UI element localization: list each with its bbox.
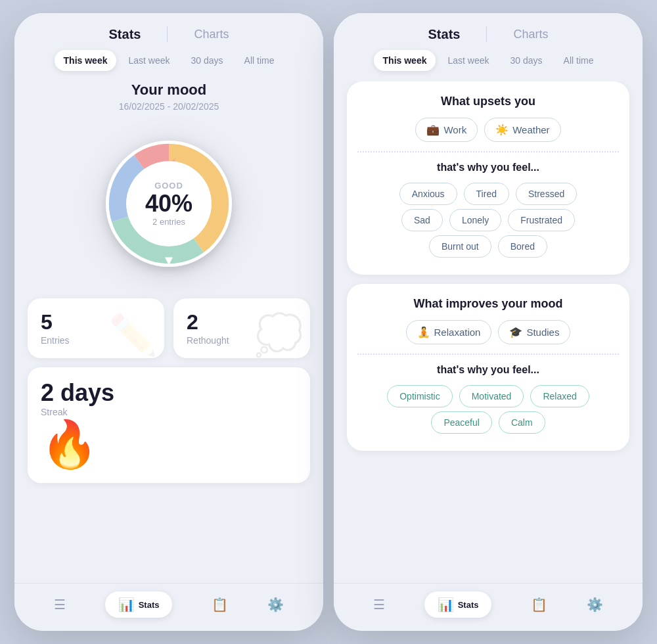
right-journal-icon: 📋 <box>531 597 547 612</box>
feeling-optimistic[interactable]: Optimistic <box>387 385 452 407</box>
entries-watermark: ✏️ <box>108 315 158 355</box>
feeling-sad[interactable]: Sad <box>401 209 443 231</box>
settings-icon: ⚙️ <box>267 597 284 612</box>
upsets-divider <box>357 151 619 152</box>
right-tab-30-days[interactable]: 30 days <box>501 50 552 71</box>
left-tab-all-time[interactable]: All time <box>235 50 284 71</box>
streak-label: Streak <box>41 407 297 417</box>
right-settings-icon: ⚙️ <box>587 597 603 612</box>
right-period-tabs: This week Last week 30 days All time <box>334 50 643 81</box>
mood-date: 16/02/2025 - 20/02/2025 <box>28 101 310 112</box>
feeling-calm[interactable]: Calm <box>499 411 545 434</box>
feeling-bored[interactable]: Bored <box>498 235 547 258</box>
entries-card: 5 Entries ✏️ <box>28 298 164 358</box>
left-charts-tab[interactable]: Charts <box>194 28 229 41</box>
left-nav-stats[interactable]: 📊 Stats <box>105 591 173 618</box>
tag-weather-label: Weather <box>512 124 549 135</box>
feeling-peaceful[interactable]: Peaceful <box>431 411 491 434</box>
right-header-divider <box>486 26 487 42</box>
left-bottom-nav: ☰ 📊 Stats 📋 ⚙️ <box>14 583 323 631</box>
tag-weather[interactable]: ☀️ Weather <box>484 118 560 142</box>
left-tab-30-days[interactable]: 30 days <box>182 50 233 71</box>
tag-work[interactable]: 💼 Work <box>415 118 478 142</box>
left-title: Stats <box>109 27 141 42</box>
tag-work-label: Work <box>443 124 466 135</box>
feelings-row-3: Burnt out Bored <box>357 235 619 258</box>
feeling-anxious[interactable]: Anxious <box>399 183 457 205</box>
left-tab-this-week[interactable]: This week <box>55 50 117 71</box>
upsets-card: What upsets you 💼 Work ☀️ Weather that's… <box>347 81 629 275</box>
left-period-tabs: This week Last week 30 days All time <box>14 50 323 81</box>
stats-nav-label: Stats <box>139 600 160 610</box>
stats-row: 5 Entries ✏️ 2 Rethought 💭 <box>28 298 310 358</box>
upsets-title: What upsets you <box>357 95 619 108</box>
right-tab-last-week[interactable]: Last week <box>438 50 498 71</box>
feeling-frustrated[interactable]: Frustrated <box>508 209 575 231</box>
donut-center: GOOD 40% 2 entries <box>145 181 193 227</box>
right-stats-icon: 📊 <box>438 597 454 612</box>
right-menu-icon: ☰ <box>373 597 385 612</box>
weather-icon: ☀️ <box>495 124 509 136</box>
positive-row-1: Optimistic Motivated Relaxed <box>357 385 619 407</box>
donut-entries: 2 entries <box>145 217 193 227</box>
journal-icon: 📋 <box>212 597 228 612</box>
donut-mood-label: GOOD <box>145 181 193 191</box>
right-tab-all-time[interactable]: All time <box>555 50 603 71</box>
improves-subtitle: that's why you feel... <box>357 364 619 376</box>
right-content: What upsets you 💼 Work ☀️ Weather that's… <box>334 81 643 583</box>
positive-row-2: Peaceful Calm <box>357 411 619 434</box>
left-header: Stats Charts <box>14 13 323 50</box>
studies-icon: 🎓 <box>509 326 522 338</box>
right-charts-tab[interactable]: Charts <box>513 28 548 41</box>
streak-card: 2 days Streak 🔥 <box>28 367 310 483</box>
right-stats-nav-label: Stats <box>458 600 479 610</box>
tag-relaxation[interactable]: 🧘 Relaxation <box>406 320 492 344</box>
header-divider <box>167 26 168 42</box>
left-nav-journal[interactable]: 📋 <box>212 597 228 612</box>
feeling-lonely[interactable]: Lonely <box>449 209 501 231</box>
improves-divider <box>357 354 619 355</box>
donut-container: GOOD 40% 2 entries <box>28 125 310 283</box>
rethought-watermark: 💭 <box>254 315 304 355</box>
right-nav-stats[interactable]: 📊 Stats <box>424 591 492 618</box>
mood-title: Your mood <box>28 81 310 99</box>
left-nav-menu[interactable]: ☰ <box>54 597 66 612</box>
upsets-subtitle: that's why you feel... <box>357 162 619 173</box>
menu-icon: ☰ <box>54 597 66 612</box>
streak-number: 2 days <box>41 379 297 407</box>
tag-relaxation-label: Relaxation <box>434 327 481 338</box>
right-nav-menu[interactable]: ☰ <box>373 597 385 612</box>
feeling-relaxed[interactable]: Relaxed <box>530 385 589 407</box>
left-nav-settings[interactable]: ⚙️ <box>267 597 284 612</box>
left-phone: Stats Charts This week Last week 30 days… <box>14 13 323 631</box>
improves-tags-row: 🧘 Relaxation 🎓 Studies <box>357 320 619 344</box>
improves-title: What improves your mood <box>357 297 619 311</box>
right-bottom-nav: ☰ 📊 Stats 📋 ⚙️ <box>334 583 643 631</box>
improves-card: What improves your mood 🧘 Relaxation 🎓 S… <box>347 284 629 451</box>
rethought-label: Rethought <box>187 335 229 346</box>
relaxation-icon: 🧘 <box>417 326 430 338</box>
streak-watermark: 🔥 <box>41 417 297 471</box>
rethought-card: 2 Rethought 💭 <box>173 298 310 358</box>
left-tab-last-week[interactable]: Last week <box>119 50 179 71</box>
tag-studies[interactable]: 🎓 Studies <box>498 320 570 344</box>
feeling-stressed[interactable]: Stressed <box>516 183 577 205</box>
feeling-motivated[interactable]: Motivated <box>459 385 524 407</box>
upsets-tags-row: 💼 Work ☀️ Weather <box>357 118 619 142</box>
donut-chart: GOOD 40% 2 entries <box>90 125 248 283</box>
feeling-tired[interactable]: Tired <box>464 183 509 205</box>
tag-studies-label: Studies <box>526 327 559 338</box>
right-nav-journal[interactable]: 📋 <box>531 597 547 612</box>
right-title: Stats <box>428 27 461 42</box>
donut-percent: 40% <box>145 191 193 217</box>
right-phone: Stats Charts This week Last week 30 days… <box>334 13 643 631</box>
right-tab-this-week[interactable]: This week <box>374 50 436 71</box>
right-nav-settings[interactable]: ⚙️ <box>587 597 603 612</box>
stats-icon: 📊 <box>118 597 135 612</box>
feeling-burnt-out[interactable]: Burnt out <box>429 235 491 258</box>
feelings-row-1: Anxious Tired Stressed <box>357 183 619 205</box>
entries-label: Entries <box>41 335 70 346</box>
left-content: Your mood 16/02/2025 - 20/02/2025 <box>14 81 323 583</box>
feelings-row-2: Sad Lonely Frustrated <box>357 209 619 231</box>
work-icon: 💼 <box>426 124 440 136</box>
